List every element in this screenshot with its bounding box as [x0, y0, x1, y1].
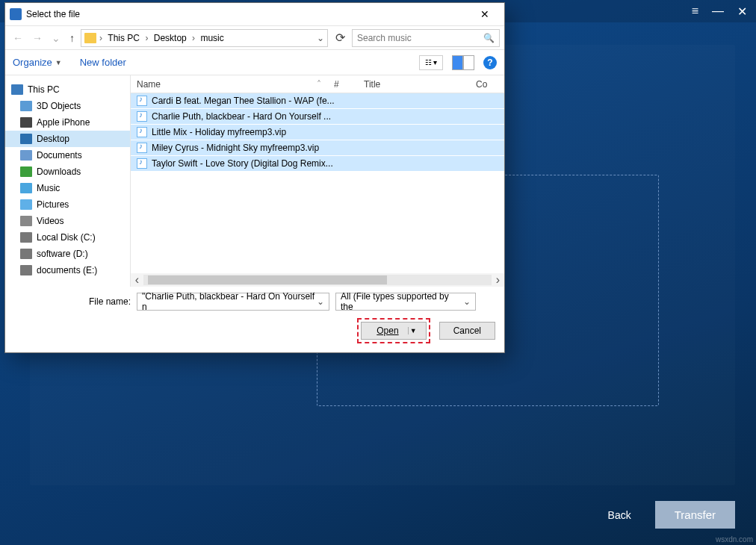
filename-label: File name: — [89, 296, 131, 307]
open-button-highlight: Open▼ — [357, 318, 430, 343]
nav-recent-icon[interactable]: ⌄ — [49, 32, 63, 44]
path-dropdown-icon[interactable]: ⌄ — [317, 33, 324, 43]
close-icon[interactable]: ✕ — [737, 4, 747, 19]
file-list: Name ˄ # Title Co Cardi B feat. Megan Th… — [131, 75, 504, 287]
cancel-button[interactable]: Cancel — [439, 322, 495, 340]
file-row[interactable]: Little Mix - Holiday myfreemp3.vip — [131, 125, 504, 140]
file-dialog: Select the file ✕ ← → ⌄ ↑ › This PC › De… — [4, 2, 505, 353]
tree-pictures[interactable]: Pictures — [5, 196, 130, 213]
file-row[interactable]: Charlie Puth, blackbear - Hard On Yourse… — [131, 109, 504, 125]
music-file-icon — [137, 143, 147, 153]
search-input[interactable]: Search music 🔍 — [352, 29, 500, 47]
help-icon[interactable]: ? — [483, 56, 497, 69]
file-row[interactable]: Miley Cyrus - Midnight Sky myfreemp3.vip — [131, 140, 504, 156]
open-button[interactable]: Open▼ — [361, 322, 426, 340]
refresh-icon[interactable]: ⟳ — [331, 31, 349, 45]
tree-d-drive[interactable]: software (D:) — [5, 246, 130, 262]
dialog-close-button[interactable]: ✕ — [470, 8, 500, 20]
transfer-button[interactable]: Transfer — [655, 501, 735, 529]
nav-up-icon[interactable]: ↑ — [66, 32, 78, 44]
file-row[interactable]: Cardi B feat. Megan Thee Stallion - WAP … — [131, 93, 504, 109]
organize-menu[interactable]: Organize ▼ — [13, 57, 62, 68]
tree-downloads[interactable]: Downloads — [5, 164, 130, 180]
music-file-icon — [137, 111, 147, 122]
tree-music[interactable]: Music — [5, 180, 130, 196]
music-file-icon — [137, 96, 147, 106]
tree-this-pc[interactable]: This PC — [5, 81, 130, 98]
file-row[interactable]: Taylor Swift - Love Story (Digital Dog R… — [131, 156, 504, 172]
music-file-icon — [137, 158, 147, 169]
nav-back-icon[interactable]: ← — [10, 32, 26, 44]
tree-3d-objects[interactable]: 3D Objects — [5, 98, 130, 114]
toolbar: Organize ▼ New folder ☷ ▾ ? — [5, 49, 504, 75]
dialog-footer: File name: "Charlie Puth, blackbear - Ha… — [5, 287, 504, 352]
view-options[interactable]: ☷ ▾ — [419, 55, 443, 70]
tree-videos[interactable]: Videos — [5, 213, 130, 229]
search-icon: 🔍 — [483, 33, 495, 43]
breadcrumb[interactable]: › This PC › Desktop › music ⌄ — [81, 29, 328, 47]
tree-c-drive[interactable]: Local Disk (C:) — [5, 229, 130, 246]
nav-forward-icon[interactable]: → — [29, 32, 46, 44]
tree-desktop[interactable]: Desktop — [5, 131, 130, 147]
bg-footer: Back Transfer — [599, 501, 735, 529]
back-button[interactable]: Back — [599, 503, 640, 527]
watermark: wsxdn.com — [716, 535, 753, 544]
minimize-icon[interactable]: — — [712, 4, 724, 18]
col-co[interactable]: Co — [470, 79, 504, 90]
preview-pane-toggle[interactable] — [452, 55, 474, 70]
horizontal-scrollbar[interactable]: ‹› — [131, 273, 504, 287]
tree-documents[interactable]: Documents — [5, 147, 130, 164]
dialog-titlebar: Select the file ✕ — [5, 3, 504, 25]
folder-tree[interactable]: This PC 3D Objects Apple iPhone Desktop … — [5, 75, 131, 287]
filename-input[interactable]: "Charlie Puth, blackbear - Hard On Yours… — [137, 293, 329, 311]
tree-apple-iphone[interactable]: Apple iPhone — [5, 114, 130, 131]
col-name[interactable]: Name ˄ — [131, 79, 328, 90]
app-icon — [10, 8, 22, 20]
nav-row: ← → ⌄ ↑ › This PC › Desktop › music ⌄ ⟳ … — [5, 25, 504, 49]
col-number[interactable]: # — [328, 79, 358, 90]
tree-e-drive[interactable]: documents (E:) — [5, 262, 130, 278]
filetype-select[interactable]: All (File types supported by the⌄ — [335, 293, 476, 311]
music-file-icon — [137, 127, 147, 137]
new-folder-button[interactable]: New folder — [80, 57, 126, 68]
list-icon[interactable]: ≡ — [692, 4, 698, 18]
dialog-title: Select the file — [26, 9, 80, 19]
col-title[interactable]: Title — [358, 79, 470, 90]
folder-icon — [84, 33, 96, 43]
column-headers[interactable]: Name ˄ # Title Co — [131, 75, 504, 93]
